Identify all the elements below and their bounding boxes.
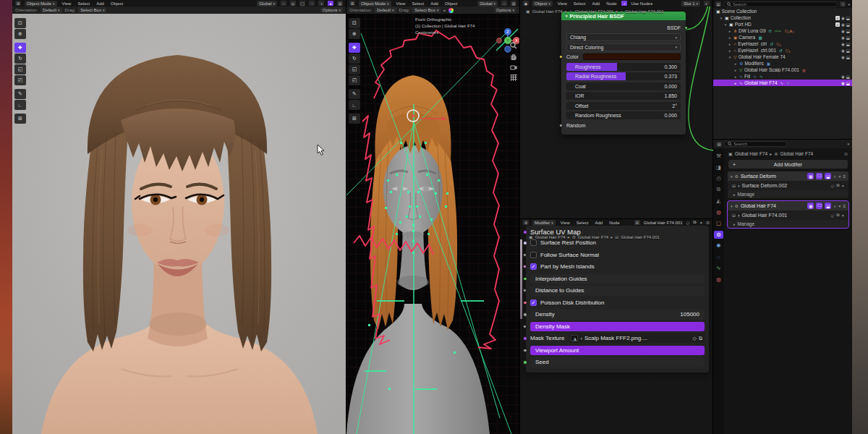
- drag-select[interactable]: Select Box▾: [412, 7, 441, 13]
- tab-material[interactable]: ◍: [714, 276, 723, 284]
- row-socket[interactable]: [522, 323, 527, 328]
- tab-particles[interactable]: ✺: [714, 242, 723, 250]
- tab-physics[interactable]: ◌: [714, 253, 723, 261]
- menu-view[interactable]: View: [395, 1, 407, 6]
- menu-select[interactable]: Select: [575, 221, 590, 225]
- hide-eye-icon[interactable]: ◉: [841, 81, 845, 85]
- exclude-checkbox[interactable]: ✓: [835, 22, 840, 27]
- outliner-row-global-hair-female[interactable]: ▾ ▽ Global Hair Female 74 ◉ ⬓: [713, 54, 852, 60]
- uvmap-socket[interactable]: [523, 230, 527, 234]
- use-nodes-checkbox[interactable]: ✓: [621, 1, 627, 6]
- collapse-icon[interactable]: ▾: [566, 14, 568, 18]
- part-by-mesh-islands-row[interactable]: ✓Part by Mesh Islands: [530, 262, 705, 272]
- outliner-row-eyehazel-001[interactable]: ▸ ∩ EyeHazel_ctrl.001 ↺ ▽₄ ◉ ⬓: [713, 47, 852, 54]
- expand-icon[interactable]: ▸: [733, 81, 738, 85]
- tab-view-layer[interactable]: ⧉: [714, 186, 723, 194]
- unlink-icon[interactable]: ×: [841, 213, 844, 218]
- snapping-icon[interactable]: ∩: [281, 1, 286, 6]
- menu-select[interactable]: Select: [572, 1, 587, 6]
- toggle-grid-icon[interactable]: [511, 75, 517, 81]
- tool-measure[interactable]: [14, 100, 26, 110]
- expand-icon[interactable]: ▸: [733, 68, 738, 72]
- mode-select[interactable]: Object Mode▾: [359, 1, 391, 7]
- nodegroup-selector[interactable]: ⊟ ▾ Global Hair F74.001 ◇ ⧉ ×: [728, 210, 848, 220]
- modifier-global-hair-f74[interactable]: ▾ ⚙ Global Hair F74 ▦ 🖵 ⬓ ∨ × ≡ ⊟ ▾ G: [728, 201, 848, 228]
- disable-render-icon[interactable]: ⬓: [846, 16, 850, 20]
- breadcrumb-nodetree[interactable]: Global Hair F74.001: [625, 9, 664, 14]
- edit-mode-toggle[interactable]: ▦: [807, 173, 814, 179]
- editor-type-icon[interactable]: ▤: [716, 142, 722, 147]
- breadcrumb-modifier[interactable]: Global Hair F74: [578, 235, 608, 239]
- outliner-row-modifiers[interactable]: ▸ ⚙ Modifiers ▣: [713, 60, 852, 67]
- menu-add[interactable]: Add: [429, 1, 440, 6]
- menu-select[interactable]: Select: [76, 1, 91, 6]
- row-socket[interactable]: [523, 349, 527, 353]
- expand-icon[interactable]: ▸: [728, 48, 732, 53]
- camera-view-icon[interactable]: [510, 64, 517, 71]
- expand-icon[interactable]: ▾: [728, 55, 732, 59]
- modifier-surface-deform[interactable]: ▾ ⚙ Surface Deform ▦ 🖵 ⬓ ∨ × ≡ ⊟ ▾ Su: [728, 171, 848, 198]
- manage-section[interactable]: ▸Manage: [728, 220, 848, 228]
- disable-render-icon[interactable]: ⬓: [846, 22, 850, 27]
- drag-select[interactable]: Select Box▾: [78, 7, 106, 13]
- overlays-icon[interactable]: ▥: [337, 1, 343, 6]
- tool-rotate[interactable]: [349, 54, 360, 64]
- disable-render-icon[interactable]: ⬓: [846, 75, 850, 79]
- unlink-icon[interactable]: ×: [699, 221, 702, 225]
- checkbox[interactable]: [530, 239, 537, 246]
- breadcrumb-modifier[interactable]: Global Hair F74: [780, 151, 814, 156]
- proportional-icon[interactable]: ◎: [290, 1, 296, 6]
- tab-modifiers[interactable]: ⚙: [714, 231, 723, 239]
- drag-handle-icon[interactable]: ≡: [843, 204, 846, 208]
- properties-search[interactable]: [724, 141, 787, 147]
- pan-hand-icon[interactable]: [510, 53, 517, 60]
- tool-annotate[interactable]: [14, 89, 26, 99]
- roughness-slider[interactable]: Roughness0.300: [566, 63, 681, 71]
- hide-eye-icon[interactable]: ◉: [841, 29, 845, 33]
- random-socket[interactable]: [559, 124, 563, 127]
- principled-hair-bsdf-node[interactable]: ▾ Principled Hair BSDF BSDF Chiang▾ Dire…: [561, 12, 686, 135]
- outliner-row-eyehazel[interactable]: ▸ ∩ EyeHazel_ctrl ↺ ▽₄ ◉ ⬓: [713, 41, 852, 47]
- row-socket[interactable]: [522, 288, 527, 293]
- expand-icon[interactable]: ▸: [733, 75, 738, 79]
- tool-select-box[interactable]: [349, 18, 360, 28]
- hide-eye-icon[interactable]: ◉: [841, 75, 845, 79]
- fake-user-shield-icon[interactable]: ◇: [693, 336, 697, 341]
- drag-handle-icon[interactable]: ≡: [843, 174, 846, 179]
- tool-annotate[interactable]: [349, 89, 360, 99]
- surface-rest-position-row[interactable]: Surface Rest Position: [530, 238, 705, 248]
- tool-transform[interactable]: [14, 75, 26, 85]
- tool-rotate[interactable]: [14, 54, 26, 64]
- tool-add-cube[interactable]: [349, 114, 360, 124]
- editor-type-icon[interactable]: ⊞: [15, 1, 21, 6]
- menu-view[interactable]: View: [556, 1, 569, 6]
- pin-icon[interactable]: ⊙: [844, 151, 848, 156]
- breadcrumb-object[interactable]: Global Hair F74: [535, 235, 566, 239]
- collapse-icon[interactable]: ▾: [731, 204, 733, 208]
- snapping-icon[interactable]: ∩: [501, 1, 507, 6]
- nodegroup-icon[interactable]: ⊟: [634, 220, 640, 225]
- search-input[interactable]: [733, 2, 834, 7]
- density-mask-row[interactable]: Density Mask: [530, 322, 705, 332]
- color-input-socket[interactable]: [559, 55, 563, 59]
- realtime-toggle[interactable]: 🖵: [816, 173, 822, 179]
- nodegroup-name[interactable]: Global Hair F74.001: [644, 221, 683, 225]
- realtime-toggle[interactable]: 🖵: [816, 203, 822, 209]
- tool-cursor[interactable]: [349, 29, 360, 39]
- hide-eye-icon[interactable]: ◉: [841, 16, 845, 20]
- hide-eye-icon[interactable]: ◉: [841, 55, 845, 59]
- offset-slider[interactable]: Offset2°: [566, 102, 681, 110]
- copies-icon[interactable]: ⧉: [699, 336, 702, 341]
- disable-render-icon[interactable]: ⬓: [846, 42, 850, 46]
- menu-select[interactable]: Select: [410, 1, 425, 6]
- tab-scene[interactable]: ◭: [714, 197, 723, 205]
- disable-render-icon[interactable]: ⬓: [846, 35, 850, 40]
- tool-scale[interactable]: [14, 64, 26, 75]
- hide-eye-icon[interactable]: ◉: [841, 35, 845, 40]
- outliner-row-camera[interactable]: ▸ ◉ Camera ▦ ◉ ⬓: [713, 34, 852, 41]
- outliner-search[interactable]: [723, 1, 838, 7]
- texture-selector[interactable]: ◮ ▾ Scalp Mask FFF2.png.... ◇ ⧉: [569, 333, 705, 343]
- disable-render-icon[interactable]: ⬓: [846, 55, 850, 59]
- outliner-row-collection[interactable]: ▾ ▣ Collection ✓ ◉ ⬓: [713, 14, 852, 21]
- pin-icon[interactable]: ⊙: [706, 220, 710, 225]
